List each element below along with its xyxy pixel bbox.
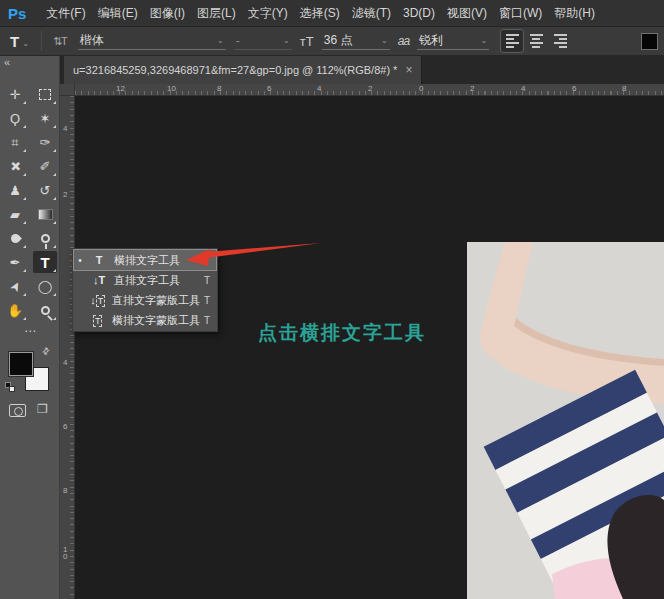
ellipse-tool[interactable]: ◯ bbox=[33, 275, 57, 297]
align-center-button[interactable] bbox=[525, 30, 547, 52]
ruler-number: 6 bbox=[572, 84, 576, 93]
ruler-number: 6 bbox=[267, 84, 271, 93]
collapse-panel-button[interactable]: « bbox=[4, 56, 10, 68]
ellipse-icon: ◯ bbox=[38, 280, 53, 293]
close-tab-icon[interactable]: × bbox=[405, 64, 412, 76]
ruler-number: 12 bbox=[116, 84, 125, 93]
mask-mode-row: ❐ bbox=[0, 402, 60, 422]
pen-icon: ✒ bbox=[10, 256, 21, 269]
font-style-value: - bbox=[236, 34, 240, 48]
anti-alias-icon: aa bbox=[398, 34, 409, 48]
move-icon: ✛ bbox=[10, 88, 21, 101]
brush-tool[interactable]: ✐ bbox=[33, 155, 57, 177]
chevron-down-icon: ⌄ bbox=[22, 39, 29, 49]
clone-stamp-icon: ♟ bbox=[9, 184, 21, 197]
tool-preset-picker[interactable]: T ⌄ bbox=[6, 34, 33, 49]
ruler-number: 4 bbox=[63, 358, 67, 367]
tool-grid: ✛ Ϙ ✶ ⌗ ✑ ✚ ✐ ♟ ↺ ▰ ✒ T ➤ ◯ ✋ bbox=[0, 82, 60, 322]
align-left-button[interactable] bbox=[501, 30, 523, 52]
chevron-down-icon: ⌄ bbox=[283, 36, 290, 46]
eraser-tool[interactable]: ▰ bbox=[3, 203, 27, 225]
menu-view[interactable]: 视图(V) bbox=[441, 0, 493, 26]
font-family-select[interactable]: 楷体 ⌄ bbox=[78, 32, 226, 50]
menu-type[interactable]: 文字(Y) bbox=[242, 0, 294, 26]
gradient-tool[interactable] bbox=[33, 203, 57, 225]
menu-image[interactable]: 图像(I) bbox=[144, 0, 191, 26]
align-center-icon bbox=[530, 34, 543, 48]
tools-panel: « · · · · · ✛ Ϙ ✶ ⌗ ✑ ✚ ✐ ♟ ↺ ▰ ✒ T ➤ ◯ … bbox=[0, 56, 60, 599]
menu-help[interactable]: 帮助(H) bbox=[548, 0, 601, 26]
history-brush-tool[interactable]: ↺ bbox=[33, 179, 57, 201]
zoom-tool[interactable] bbox=[33, 299, 57, 321]
selection-arrow-icon: ➤ bbox=[7, 278, 24, 294]
magic-wand-tool[interactable]: ✶ bbox=[33, 107, 57, 129]
hand-tool[interactable]: ✋ bbox=[3, 299, 27, 321]
menu-item-label: 直排文字蒙版工具 bbox=[112, 293, 200, 308]
document-tab[interactable]: u=3216845259,3269468971&fm=27&gp=0.jpg @… bbox=[64, 56, 422, 84]
menu-bar: Ps 文件(F) 编辑(E) 图像(I) 图层(L) 文字(Y) 选择(S) 滤… bbox=[0, 0, 664, 27]
document-image[interactable] bbox=[467, 242, 664, 599]
menu-filter[interactable]: 滤镜(T) bbox=[346, 0, 397, 26]
photoshop-logo: Ps bbox=[8, 5, 26, 22]
horizontal-ruler[interactable]: 12 10 8 6 4 2 0 2 4 6 8 bbox=[75, 84, 664, 96]
menu-3d[interactable]: 3D(D) bbox=[397, 0, 441, 26]
type-tool-selected[interactable]: T bbox=[33, 251, 57, 273]
marquee-tool[interactable] bbox=[33, 83, 57, 105]
font-size-select[interactable]: 36 点 ⌄ bbox=[322, 32, 390, 50]
eyedropper-tool[interactable]: ✑ bbox=[33, 131, 57, 153]
marquee-icon bbox=[39, 89, 51, 100]
ruler-number: 4 bbox=[317, 84, 321, 93]
blur-tool[interactable] bbox=[3, 227, 27, 249]
annotation-text: 点击横排文字工具 bbox=[258, 320, 426, 346]
crop-tool[interactable]: ⌗ bbox=[3, 131, 27, 153]
vertical-type-icon: ↓T bbox=[88, 274, 110, 286]
anti-alias-select[interactable]: 锐利 ⌄ bbox=[417, 32, 489, 50]
dashed-t-part: T bbox=[96, 295, 106, 307]
panel-grip: · · · · · bbox=[0, 69, 59, 76]
photoshop-window: Ps 文件(F) 编辑(E) 图像(I) 图层(L) 文字(Y) 选择(S) 滤… bbox=[0, 0, 664, 599]
toggle-text-orientation-icon[interactable]: ⇅T bbox=[50, 35, 70, 48]
menu-item-horizontal-type-mask[interactable]: T 横排文字蒙版工具 T bbox=[74, 310, 216, 330]
screen-mode-button[interactable]: ❐ bbox=[37, 402, 48, 416]
shortcut-key: T bbox=[204, 315, 210, 326]
text-color-swatch[interactable] bbox=[641, 33, 658, 50]
font-size-value: 36 点 bbox=[324, 32, 353, 49]
lasso-tool[interactable]: Ϙ bbox=[3, 107, 27, 129]
path-selection-tool[interactable]: ➤ bbox=[3, 275, 27, 297]
move-tool[interactable]: ✛ bbox=[3, 83, 27, 105]
edit-toolbar-button[interactable]: ⋯ bbox=[0, 324, 60, 338]
document-tab-bar: u=3216845259,3269468971&fm=27&gp=0.jpg @… bbox=[60, 56, 664, 84]
dodge-icon bbox=[41, 234, 50, 243]
swap-colors-icon[interactable]: ⇄ bbox=[40, 345, 52, 357]
magic-wand-icon: ✶ bbox=[40, 112, 51, 125]
clone-stamp-tool[interactable]: ♟ bbox=[3, 179, 27, 201]
shortcut-key: T bbox=[204, 295, 210, 306]
healing-brush-tool[interactable]: ✚ bbox=[3, 155, 27, 177]
blur-drop-icon bbox=[9, 232, 22, 245]
dodge-tool[interactable] bbox=[33, 227, 57, 249]
history-brush-icon: ↺ bbox=[40, 184, 51, 197]
document-title: u=3216845259,3269468971&fm=27&gp=0.jpg @… bbox=[73, 64, 397, 76]
menu-select[interactable]: 选择(S) bbox=[294, 0, 346, 26]
vertical-ruler[interactable]: 4 2 4 6 8 10 bbox=[60, 96, 75, 599]
type-icon: T bbox=[40, 255, 49, 270]
menu-item-vertical-type-mask[interactable]: ↓T 直排文字蒙版工具 T bbox=[74, 290, 216, 310]
ruler-number: 6 bbox=[63, 422, 67, 431]
eyedropper-icon: ✑ bbox=[40, 136, 51, 149]
ruler-number: 0 bbox=[419, 84, 423, 93]
annotation-arrow bbox=[180, 238, 325, 276]
ruler-number: 2 bbox=[63, 190, 67, 199]
foreground-color-swatch[interactable] bbox=[9, 352, 33, 376]
pen-tool[interactable]: ✒ bbox=[3, 251, 27, 273]
menu-layer[interactable]: 图层(L) bbox=[191, 0, 242, 26]
default-colors-icon[interactable] bbox=[5, 382, 15, 392]
font-style-select[interactable]: - ⌄ bbox=[234, 32, 292, 50]
quick-mask-button[interactable] bbox=[9, 404, 26, 417]
type-tool-icon: T bbox=[10, 34, 19, 49]
crop-icon: ⌗ bbox=[11, 136, 18, 149]
menu-edit[interactable]: 编辑(E) bbox=[92, 0, 144, 26]
menu-window[interactable]: 窗口(W) bbox=[493, 0, 548, 26]
color-swatches: ⇄ bbox=[0, 346, 60, 398]
align-right-button[interactable] bbox=[549, 30, 571, 52]
menu-file[interactable]: 文件(F) bbox=[40, 0, 91, 26]
